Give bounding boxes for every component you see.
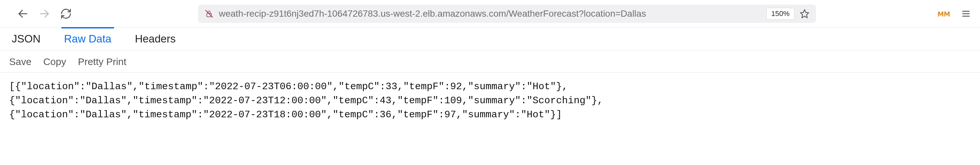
bookmark-button[interactable]	[800, 9, 810, 19]
reload-icon	[60, 8, 72, 20]
pretty-print-button[interactable]: Pretty Print	[78, 56, 126, 67]
app-menu-button[interactable]	[961, 9, 971, 19]
toolbar-right: ᴍᴍ	[937, 8, 971, 19]
browser-toolbar: weath-recip-z91t6nj3ed7h-1064726783.us-w…	[0, 0, 980, 27]
insecure-lock-icon	[205, 9, 214, 18]
svg-marker-4	[801, 10, 809, 17]
viewer-tabs: JSON Raw Data Headers	[0, 27, 980, 51]
hamburger-icon	[961, 9, 971, 19]
tab-raw-data[interactable]: Raw Data	[61, 27, 114, 51]
address-bar[interactable]: weath-recip-z91t6nj3ed7h-1064726783.us-w…	[198, 5, 816, 23]
save-button[interactable]: Save	[9, 56, 31, 67]
back-button[interactable]	[16, 6, 30, 21]
arrow-left-icon	[17, 8, 29, 20]
response-body[interactable]: [{"location":"Dallas","timestamp":"2022-…	[0, 73, 980, 129]
reload-button[interactable]	[59, 6, 73, 21]
zoom-badge[interactable]: 150%	[766, 8, 794, 20]
forward-button[interactable]	[37, 6, 52, 21]
extension-icon[interactable]: ᴍᴍ	[937, 8, 950, 19]
url-text: weath-recip-z91t6nj3ed7h-1064726783.us-w…	[219, 8, 761, 19]
action-bar: Save Copy Pretty Print	[0, 51, 980, 73]
copy-button[interactable]: Copy	[43, 56, 66, 67]
tab-headers[interactable]: Headers	[132, 29, 178, 51]
arrow-right-icon	[38, 8, 50, 20]
tab-json[interactable]: JSON	[9, 29, 43, 51]
star-icon	[800, 9, 810, 19]
